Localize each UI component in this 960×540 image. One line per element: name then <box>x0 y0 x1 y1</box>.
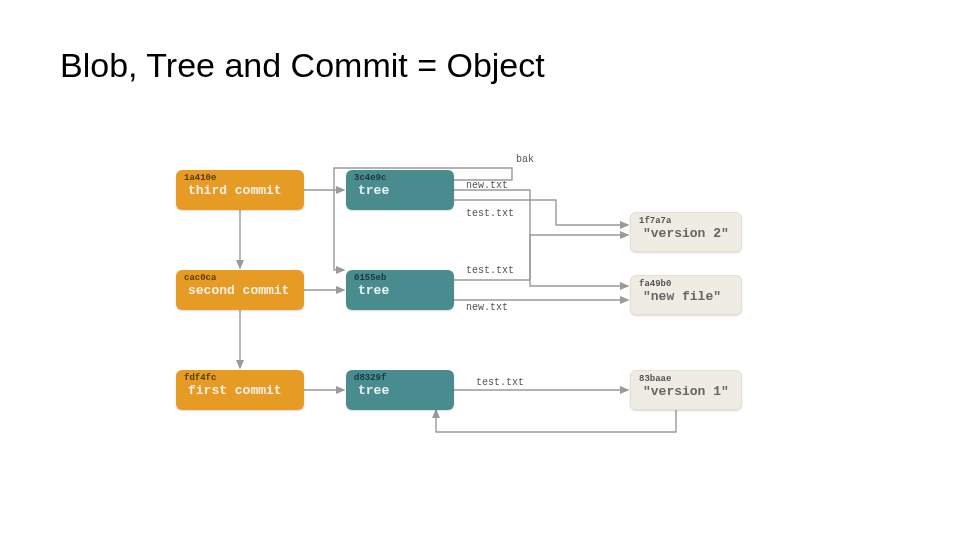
edge-label-newtxt: new.txt <box>466 180 508 191</box>
edge-label-testtxt: test.txt <box>476 377 524 388</box>
edge-label-bak: bak <box>516 154 534 165</box>
blob-newfile: fa49b0 "new file" <box>630 275 742 315</box>
edge-label-testtxt: test.txt <box>466 208 514 219</box>
tree-label: tree <box>346 383 454 404</box>
commit-second: cac0ca second commit <box>176 270 304 310</box>
commit-label: first commit <box>176 383 304 404</box>
tree-label: tree <box>346 283 454 304</box>
commit-hash: cac0ca <box>176 270 304 283</box>
commit-third: 1a410e third commit <box>176 170 304 210</box>
blob-label: "new file" <box>631 289 741 310</box>
tree-label: tree <box>346 183 454 204</box>
commit-label: third commit <box>176 183 304 204</box>
blob-label: "version 2" <box>631 226 741 247</box>
commit-hash: fdf4fc <box>176 370 304 383</box>
blob-label: "version 1" <box>631 384 741 405</box>
git-object-diagram: 1a410e third commit cac0ca second commit… <box>176 140 786 500</box>
blob-version1: 83baae "version 1" <box>630 370 742 410</box>
blob-hash: fa49b0 <box>631 276 741 289</box>
blob-hash: 83baae <box>631 371 741 384</box>
tree-middle: 0155eb tree <box>346 270 454 310</box>
commit-label: second commit <box>176 283 304 304</box>
tree-top: 3c4e9c tree <box>346 170 454 210</box>
edge-label-newtxt: new.txt <box>466 302 508 313</box>
tree-bottom: d8329f tree <box>346 370 454 410</box>
tree-hash: 3c4e9c <box>346 170 454 183</box>
blob-version2: 1f7a7a "version 2" <box>630 212 742 252</box>
tree-hash: 0155eb <box>346 270 454 283</box>
commit-first: fdf4fc first commit <box>176 370 304 410</box>
commit-hash: 1a410e <box>176 170 304 183</box>
tree-hash: d8329f <box>346 370 454 383</box>
edge-label-testtxt: test.txt <box>466 265 514 276</box>
blob-hash: 1f7a7a <box>631 213 741 226</box>
slide-title: Blob, Tree and Commit = Object <box>60 46 545 85</box>
